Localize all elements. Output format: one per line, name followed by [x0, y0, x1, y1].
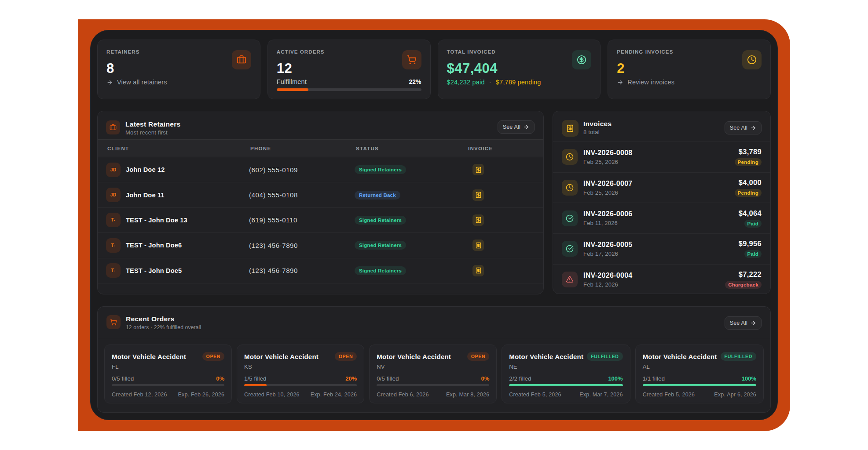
- retainers-header-text: Latest Retainers Most recent first: [125, 120, 180, 136]
- briefcase-icon: [232, 50, 251, 69]
- order-pct: 20%: [345, 375, 357, 382]
- col-invoice: INVOICE: [468, 146, 535, 151]
- fulfillment-progress-fill: [277, 88, 308, 91]
- status-badge: Signed Retainers: [355, 241, 406, 250]
- see-all-label: See All: [730, 125, 747, 131]
- arrow-right-icon: [617, 79, 623, 86]
- invoice-right: $9,956 Paid: [739, 240, 762, 258]
- receipt-icon[interactable]: [472, 240, 484, 251]
- arrow-right-icon: [750, 125, 756, 131]
- arrow-right-icon: [523, 124, 529, 130]
- order-state: NE: [509, 363, 623, 370]
- order-state: FL: [112, 363, 224, 370]
- order-title: Motor Vehicle Accident: [643, 353, 717, 360]
- recent-orders-panel: Recent Orders 12 orders · 22% fulfilled …: [97, 306, 771, 413]
- panel-subtitle: Most recent first: [125, 129, 180, 136]
- invoice-row[interactable]: INV-2026-0005 Feb 17, 2026 $9,956 Paid: [553, 233, 770, 264]
- order-pct: 0%: [216, 375, 224, 382]
- see-all-label: See All: [730, 320, 747, 326]
- separator-dot: ·: [489, 79, 491, 86]
- invoice-row[interactable]: INV-2026-0008 Feb 25, 2026 $3,789 Pendin…: [553, 142, 770, 172]
- fulfillment-pct: 22%: [409, 78, 421, 85]
- orange-frame: RETAINERS 8 View all retainers ACTIVE OR…: [78, 19, 790, 431]
- invoice-right: $3,789 Pending: [735, 148, 762, 166]
- panel-title: Recent Orders: [126, 315, 201, 323]
- invoice-cell: [467, 240, 535, 251]
- client-phone: (404) 555-0108: [249, 191, 355, 199]
- fulfillment-row: Fulfillment 22%: [277, 78, 421, 85]
- invoice-status-badge: Chargeback: [725, 281, 762, 289]
- client-cell: T- TEST - John Doe6: [106, 238, 249, 253]
- order-fill-row: 0/5 filled 0%: [112, 375, 224, 382]
- retainer-row[interactable]: T- TEST - John Doe 13 (619) 555-0110 Sig…: [98, 208, 543, 233]
- avatar: JD: [106, 163, 121, 177]
- invoice-status-badge: Pending: [735, 189, 762, 197]
- order-state: KS: [244, 363, 357, 370]
- orders-see-all-button[interactable]: See All: [725, 316, 762, 330]
- order-card[interactable]: Motor Vehicle Accident OPEN FL 0/5 fille…: [104, 345, 232, 403]
- order-progressbar: [509, 384, 623, 386]
- review-invoices-link[interactable]: Review invoices: [617, 79, 674, 86]
- invoice-row[interactable]: INV-2026-0007 Feb 25, 2026 $4,000 Pendin…: [553, 172, 770, 203]
- retainers-see-all-button[interactable]: See All: [498, 120, 535, 134]
- orders-header: Recent Orders 12 orders · 22% fulfilled …: [98, 307, 770, 339]
- order-card-top: Motor Vehicle Accident OPEN: [112, 352, 224, 361]
- dashboard: RETAINERS 8 View all retainers ACTIVE OR…: [90, 30, 778, 420]
- panel-title: Latest Retainers: [125, 120, 180, 128]
- invoice-number: INV-2026-0008: [583, 149, 633, 157]
- order-pct: 100%: [742, 375, 756, 382]
- invoice-main: INV-2026-0006 Feb 11, 2026: [583, 210, 633, 226]
- shopping-cart-icon: [402, 50, 421, 69]
- order-card-top: Motor Vehicle Accident OPEN: [244, 352, 357, 361]
- retainer-row[interactable]: JD John Doe 11 (404) 555-0108 Returned B…: [98, 182, 543, 207]
- order-card[interactable]: Motor Vehicle Accident FULFILLED NE 2/2 …: [502, 345, 630, 403]
- invoices-see-all-button[interactable]: See All: [725, 121, 762, 134]
- clock-icon: [562, 180, 578, 196]
- order-status-badge: OPEN: [335, 352, 357, 361]
- order-dates: Created Feb 12, 2026 Exp. Feb 26, 2026: [112, 392, 224, 398]
- order-expires: Exp. Mar 8, 2026: [446, 392, 489, 398]
- order-status-badge: FULFILLED: [587, 352, 623, 361]
- receipt-icon[interactable]: [472, 265, 484, 276]
- order-card[interactable]: Motor Vehicle Accident OPEN KS 1/5 fille…: [237, 345, 364, 403]
- receipt-icon[interactable]: [472, 164, 484, 175]
- order-created: Created Feb 12, 2026: [112, 392, 167, 398]
- mid-row: Latest Retainers Most recent first See A…: [97, 111, 771, 294]
- stat-label: PENDING INVOICES: [617, 49, 762, 54]
- invoice-status-badge: Paid: [744, 250, 762, 258]
- order-progress-fill: [643, 384, 756, 386]
- invoice-row[interactable]: INV-2026-0006 Feb 11, 2026 $4,064 Paid: [553, 203, 770, 233]
- status-cell: Signed Retainers: [355, 216, 467, 225]
- order-expires: Exp. Feb 24, 2026: [311, 392, 357, 398]
- client-name: TEST - John Doe6: [126, 242, 182, 249]
- invoice-main: INV-2026-0004 Feb 12, 2026: [583, 272, 633, 288]
- invoice-date: Feb 25, 2026: [583, 159, 633, 165]
- order-card[interactable]: Motor Vehicle Accident FULFILLED AL 1/1 …: [635, 345, 764, 403]
- receipt-icon[interactable]: [472, 214, 484, 226]
- invoices-header-text: Invoices 8 total: [583, 120, 612, 135]
- retainer-row[interactable]: T- TEST - John Doe5 (123) 456-7890 Signe…: [98, 258, 543, 283]
- invoices-panel: Invoices 8 total See All INV-2026-0008 F…: [553, 111, 771, 294]
- order-card[interactable]: Motor Vehicle Accident OPEN NV 0/5 fille…: [369, 345, 497, 403]
- order-dates: Created Feb 5, 2026 Exp. Mar 7, 2026: [509, 392, 623, 398]
- order-title: Motor Vehicle Accident: [244, 353, 319, 360]
- avatar: T-: [106, 238, 121, 253]
- retainer-row[interactable]: T- TEST - John Doe6 (123) 456-7890 Signe…: [98, 233, 543, 258]
- status-badge: Signed Retainers: [355, 216, 406, 225]
- stat-link-label: Review invoices: [627, 79, 674, 86]
- order-progressbar: [244, 384, 357, 386]
- invoice-row[interactable]: INV-2026-0004 Feb 12, 2026 $7,222 Charge…: [553, 264, 770, 294]
- orders-header-text: Recent Orders 12 orders · 22% fulfilled …: [126, 315, 201, 330]
- view-all-retainers-link[interactable]: View all retainers: [106, 79, 167, 86]
- fulfillment-label: Fulfillment: [277, 78, 307, 85]
- retainer-row[interactable]: JD John Doe 12 (602) 555-0109 Signed Ret…: [98, 157, 543, 182]
- client-cell: T- TEST - John Doe 13: [106, 213, 249, 227]
- order-title: Motor Vehicle Accident: [112, 353, 186, 360]
- invoice-cell: [467, 214, 535, 226]
- retainers-table-header: CLIENT PHONE STATUS INVOICE: [98, 139, 543, 157]
- stat-label: TOTAL INVOICED: [447, 49, 592, 54]
- order-card-top: Motor Vehicle Accident FULFILLED: [643, 352, 756, 361]
- receipt-icon[interactable]: [472, 189, 484, 201]
- client-name: TEST - John Doe5: [126, 267, 182, 274]
- order-fill-row: 2/2 filled 100%: [509, 375, 623, 382]
